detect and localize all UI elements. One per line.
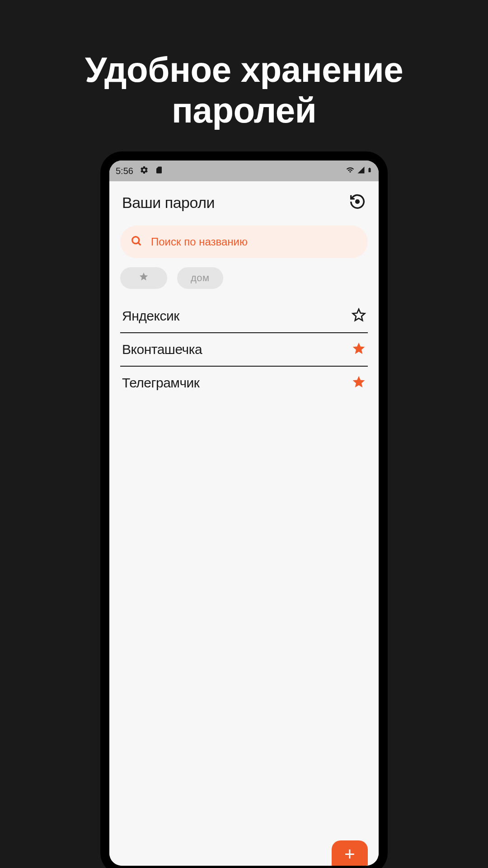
wifi-icon bbox=[345, 166, 355, 176]
status-bar: 5:56 bbox=[109, 160, 379, 181]
star-filled-icon[interactable] bbox=[352, 341, 366, 358]
password-row[interactable]: Вконташечка bbox=[120, 333, 368, 367]
password-row[interactable]: Телеграмчик bbox=[120, 367, 368, 399]
password-name: Телеграмчик bbox=[122, 375, 199, 391]
password-list: Яндексик Вконташечка Телеграмчик bbox=[120, 300, 368, 399]
sd-card-icon bbox=[155, 165, 163, 176]
chip-label: дом bbox=[191, 272, 210, 284]
chip-tag[interactable]: дом bbox=[177, 267, 223, 289]
star-filled-icon[interactable] bbox=[352, 375, 366, 391]
search-input[interactable]: Поиск по названию bbox=[120, 226, 368, 258]
search-icon bbox=[130, 235, 143, 249]
star-outline-icon[interactable] bbox=[352, 308, 366, 324]
password-row[interactable]: Яндексик bbox=[120, 300, 368, 333]
plus-icon: + bbox=[344, 845, 355, 863]
app-content: Ваши пароли Поиск п bbox=[109, 181, 379, 866]
password-name: Яндексик bbox=[122, 308, 179, 324]
restore-icon[interactable] bbox=[349, 193, 366, 212]
svg-rect-1 bbox=[357, 200, 358, 202]
page-title: Ваши пароли bbox=[122, 194, 215, 212]
filter-chips: дом bbox=[120, 258, 368, 300]
add-button[interactable]: + bbox=[332, 840, 368, 866]
phone-screen: 5:56 Ваш bbox=[109, 160, 379, 866]
star-icon bbox=[139, 272, 149, 284]
promo-title: Удобное хранение паролей bbox=[0, 0, 488, 131]
status-time: 5:56 bbox=[116, 166, 133, 176]
chip-favorites[interactable] bbox=[120, 267, 167, 289]
svg-point-2 bbox=[132, 237, 139, 244]
password-name: Вконташечка bbox=[122, 342, 202, 357]
phone-frame: 5:56 Ваш bbox=[100, 151, 388, 868]
signal-icon bbox=[357, 166, 365, 176]
gear-icon bbox=[140, 165, 149, 176]
app-header: Ваши пароли bbox=[120, 181, 368, 226]
search-placeholder: Поиск по названию bbox=[151, 236, 248, 248]
battery-icon bbox=[367, 165, 372, 176]
svg-line-3 bbox=[138, 243, 141, 245]
